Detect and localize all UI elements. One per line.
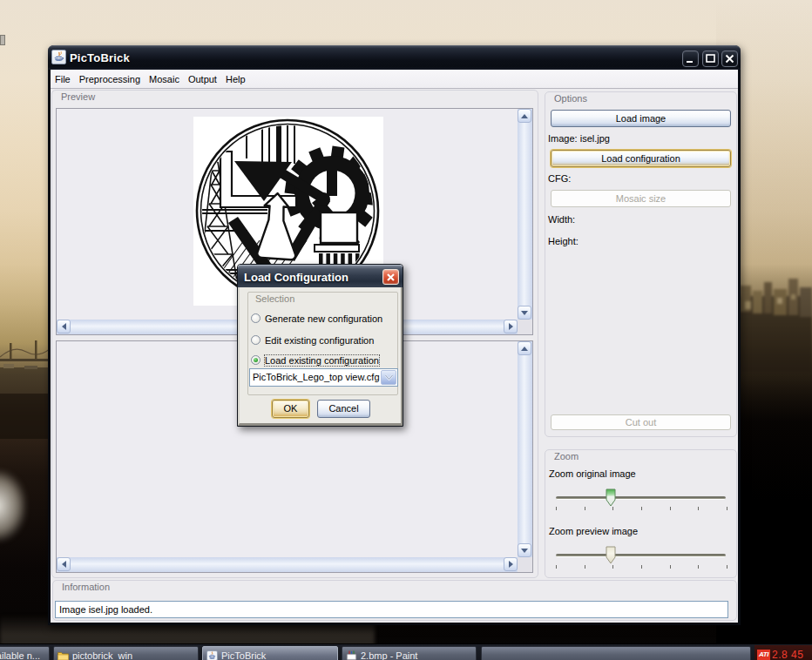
slider-tick: [727, 565, 727, 569]
information-panel-title: Information: [59, 582, 112, 592]
scroll-down-button[interactable]: [518, 306, 531, 320]
vertical-scrollbar[interactable]: [518, 341, 532, 557]
zoom-original-label: Zoom original image: [549, 468, 636, 479]
zoom-preview-ticks: [556, 565, 726, 569]
cfg-label: CFG:: [548, 173, 571, 184]
zoom-original-ticks: [556, 507, 726, 511]
paint-icon: [346, 650, 357, 660]
zoom-preview-slider-track[interactable]: [556, 554, 726, 557]
slider-tick: [670, 507, 671, 510]
close-x-icon: [385, 272, 396, 283]
slider-tick: [698, 565, 699, 569]
load-configuration-button[interactable]: Load configuration: [551, 150, 731, 167]
taskbar-button-label: ailable n...: [0, 650, 40, 660]
taskbar-button-paint[interactable]: 2.bmp - Paint: [342, 646, 477, 660]
radio-load-existing[interactable]: [251, 355, 261, 365]
height-label: Height:: [548, 236, 579, 246]
radio-generate-new-label: Generate new configuration: [265, 313, 382, 324]
taskbar: ailable n... pictobrick_win PicToBrick 2…: [0, 643, 812, 660]
down-arrow-icon: [521, 549, 528, 553]
horizontal-scrollbar[interactable]: [57, 557, 518, 572]
image-name-label: Image: isel.jpg: [548, 133, 610, 144]
taskbar-button-label: PicToBrick: [221, 650, 266, 660]
wallpaper-bridge-silhouette: [0, 338, 51, 439]
preview-panel-title: Preview: [58, 91, 98, 102]
up-arrow-icon: [521, 114, 528, 118]
zoom-original-slider-track[interactable]: [556, 496, 726, 500]
ok-button[interactable]: OK: [272, 400, 309, 418]
left-arrow-icon: [62, 561, 66, 568]
wallpaper-light-glow: [0, 470, 26, 542]
scroll-up-button[interactable]: [518, 109, 531, 123]
dialog-body: Selection Generate new configuration Edi…: [238, 287, 403, 426]
desktop-icon-partial[interactable]: [0, 35, 5, 45]
left-arrow-icon: [62, 323, 66, 330]
slider-tick: [585, 507, 585, 510]
dialog-close-button[interactable]: [382, 269, 399, 285]
slider-tick: [727, 507, 727, 510]
taskbar-button-empty[interactable]: [481, 646, 751, 660]
load-image-button[interactable]: Load image: [551, 110, 731, 127]
information-field[interactable]: Image isel.jpg loaded.: [55, 601, 728, 618]
right-arrow-icon: [509, 323, 513, 330]
zoom-original-slider-thumb[interactable]: [606, 488, 616, 507]
slider-tick: [670, 565, 671, 569]
selection-group-title: Selection: [253, 293, 297, 304]
radio-row-generate[interactable]: Generate new configuration: [251, 313, 382, 324]
zoom-preview-slider-thumb[interactable]: [606, 546, 616, 564]
ati-stats-text: 2.8 45: [772, 649, 803, 660]
cut-out-button[interactable]: Cut out: [551, 414, 731, 430]
taskbar-button-label: 2.bmp - Paint: [361, 650, 417, 660]
radio-edit-existing[interactable]: [251, 335, 261, 345]
dialog-title: Load Configuration: [244, 271, 348, 284]
slider-tick: [585, 565, 585, 569]
taskbar-button-pictobrick-win[interactable]: pictobrick_win: [53, 646, 199, 660]
taskbar-button-available[interactable]: ailable n...: [0, 646, 50, 660]
slider-tick: [612, 565, 613, 569]
radio-row-load[interactable]: Load existing configuration: [251, 354, 379, 366]
java-icon: [206, 650, 218, 660]
load-configuration-dialog: Load Configuration Selection Generate ne…: [237, 264, 403, 427]
scroll-up-button[interactable]: [518, 341, 531, 355]
zoom-preview-label: Zoom preview image: [549, 526, 638, 536]
vertical-scrollbar[interactable]: [518, 109, 532, 320]
up-arrow-icon: [521, 347, 528, 351]
cancel-button[interactable]: Cancel: [317, 400, 370, 418]
right-arrow-icon: [509, 561, 513, 568]
scrollbar-corner: [518, 557, 532, 572]
scroll-right-button[interactable]: [504, 557, 518, 571]
combobox-dropdown-button[interactable]: [381, 370, 396, 385]
taskbar-button-label: pictobrick_win: [72, 650, 132, 660]
radio-edit-existing-label: Edit existing configuration: [265, 335, 374, 346]
configuration-combobox[interactable]: PicToBrick_Lego_top view.cfg: [249, 368, 398, 387]
scroll-left-button[interactable]: [57, 557, 71, 571]
down-arrow-icon: [521, 311, 528, 315]
radio-load-existing-label: Load existing configuration: [265, 355, 379, 366]
folder-icon: [58, 650, 69, 660]
chevron-down-icon: [384, 374, 394, 381]
options-panel-title: Options: [551, 93, 590, 104]
scroll-left-button[interactable]: [57, 320, 71, 333]
radio-row-edit[interactable]: Edit existing configuration: [251, 334, 374, 346]
scroll-right-button[interactable]: [504, 320, 518, 333]
slider-tick: [612, 507, 613, 510]
slider-tick: [641, 565, 642, 569]
taskbar-button-pictobrick[interactable]: PicToBrick: [202, 646, 338, 660]
radio-generate-new[interactable]: [251, 313, 261, 323]
scrollbar-corner: [518, 320, 532, 334]
scroll-down-button[interactable]: [518, 543, 531, 557]
wallpaper-city-silhouette: [738, 261, 812, 373]
zoom-panel-title: Zoom: [551, 451, 581, 461]
combobox-value: PicToBrick_Lego_top view.cfg: [253, 372, 380, 382]
mosaic-size-button[interactable]: Mosaic size: [551, 190, 731, 207]
system-tray: ATI 2.8 45: [754, 645, 812, 660]
slider-tick: [556, 565, 557, 569]
width-label: Width:: [548, 214, 575, 225]
dialog-titlebar[interactable]: Load Configuration: [238, 265, 403, 287]
slider-tick: [556, 507, 557, 510]
ati-tray-icon[interactable]: ATI: [757, 650, 770, 660]
slider-tick: [641, 507, 642, 510]
slider-tick: [698, 507, 699, 510]
